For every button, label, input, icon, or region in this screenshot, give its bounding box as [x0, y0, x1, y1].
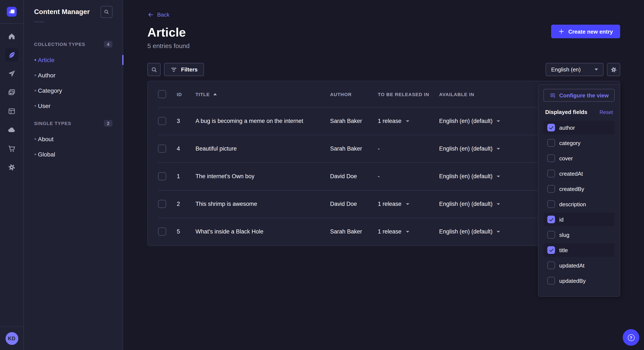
- field-checkbox[interactable]: [547, 185, 555, 193]
- chevron-down-icon: [594, 68, 598, 71]
- column-header-to-be-released-in[interactable]: TO BE RELEASED IN: [378, 92, 439, 97]
- field-label: cover: [559, 155, 573, 161]
- subnav-item-about[interactable]: About: [24, 131, 123, 147]
- column-header-title[interactable]: TITLE: [196, 92, 330, 97]
- back-link[interactable]: Back: [147, 11, 170, 18]
- field-label: updatedBy: [559, 278, 586, 284]
- configure-the-view-label: Configure the view: [559, 92, 609, 98]
- reset-button[interactable]: Reset: [600, 109, 613, 115]
- check-icon: [548, 125, 554, 130]
- chevron-down-icon[interactable]: [497, 175, 500, 177]
- displayed-fields-list: author category cover createdAt: [544, 121, 614, 288]
- collection-types-header: COLLECTION TYPES 4: [34, 41, 112, 48]
- back-label: Back: [157, 11, 170, 18]
- cell-id: 4: [177, 146, 196, 152]
- cell-release: 1 release: [378, 118, 439, 124]
- cell-author: Sarah Baker: [330, 118, 378, 124]
- rail-nav-item[interactable]: [5, 160, 18, 174]
- field-checkbox[interactable]: [547, 124, 555, 131]
- configure-the-view-button[interactable]: Configure the view: [544, 89, 614, 102]
- chevron-down-icon[interactable]: [497, 231, 500, 232]
- field-checkbox[interactable]: [547, 170, 555, 177]
- cell-release: 1 release: [378, 201, 439, 207]
- rail-nav-item[interactable]: [5, 85, 18, 99]
- locale-select[interactable]: English (en): [546, 63, 604, 76]
- field-toggle-row[interactable]: description: [544, 197, 614, 211]
- select-all-checkbox[interactable]: [158, 90, 166, 98]
- field-toggle-row[interactable]: createdAt: [544, 167, 614, 180]
- rail-nav-item[interactable]: [5, 67, 18, 80]
- page-title: Article: [147, 26, 620, 39]
- chevron-down-icon[interactable]: [406, 231, 409, 232]
- chevron-down-icon[interactable]: [406, 203, 409, 205]
- chevron-down-icon[interactable]: [406, 120, 409, 122]
- field-checkbox[interactable]: [547, 262, 555, 269]
- field-checkbox[interactable]: [547, 277, 555, 285]
- field-label: id: [559, 216, 564, 223]
- rail-nav-item[interactable]: [5, 29, 18, 43]
- field-toggle-row[interactable]: author: [544, 121, 614, 134]
- field-toggle-row[interactable]: id: [544, 213, 614, 226]
- media-library-icon: [8, 88, 16, 96]
- field-checkbox[interactable]: [547, 139, 555, 147]
- collection-types-count-badge: 4: [104, 41, 112, 48]
- field-toggle-row[interactable]: slug: [544, 228, 614, 242]
- view-settings-gear-button[interactable]: [607, 63, 620, 76]
- chevron-down-icon[interactable]: [497, 120, 500, 122]
- rail-footer: KD: [0, 327, 24, 350]
- field-checkbox[interactable]: [547, 216, 555, 223]
- cell-id: 2: [177, 201, 196, 207]
- rail-nav-item[interactable]: [5, 123, 18, 137]
- field-toggle-row[interactable]: category: [544, 136, 614, 150]
- row-checkbox[interactable]: [158, 117, 166, 125]
- field-toggle-row[interactable]: createdBy: [544, 182, 614, 196]
- content-manager-app: KD Content Manager COLLECTION TYPES 4 Ar…: [0, 0, 644, 350]
- row-checkbox[interactable]: [158, 172, 166, 180]
- subnav-item-user[interactable]: User: [24, 98, 123, 114]
- locale-selected-value: English (en): [551, 66, 581, 73]
- chevron-down-icon[interactable]: [497, 203, 500, 205]
- row-checkbox[interactable]: [158, 227, 166, 236]
- sort-ascending-icon: [213, 93, 216, 95]
- subnav-item-author[interactable]: Author: [24, 68, 123, 83]
- search-icon: [104, 9, 110, 15]
- subnav-item-global[interactable]: Global: [24, 147, 123, 162]
- subnav-item-category[interactable]: Category: [24, 83, 123, 98]
- content-type-builder-icon: [8, 107, 16, 115]
- field-checkbox[interactable]: [547, 154, 555, 162]
- column-header-id[interactable]: ID: [177, 92, 196, 97]
- chevron-down-icon[interactable]: [497, 148, 500, 150]
- filters-button[interactable]: Filters: [164, 63, 204, 76]
- field-checkbox[interactable]: [547, 246, 555, 254]
- avatar[interactable]: KD: [5, 332, 18, 345]
- field-toggle-row[interactable]: cover: [544, 151, 614, 165]
- cell-author: David Doe: [330, 173, 378, 179]
- rail-nav-item[interactable]: [5, 48, 18, 62]
- entries-count: 5 entries found: [147, 42, 620, 49]
- field-toggle-row[interactable]: updatedAt: [544, 259, 614, 272]
- field-toggle-row[interactable]: title: [544, 243, 614, 257]
- field-checkbox[interactable]: [547, 231, 555, 239]
- strapi-logo[interactable]: [7, 7, 16, 16]
- rail-nav-item[interactable]: [5, 104, 18, 118]
- subnav-item-label: Article: [38, 57, 54, 63]
- column-header-author[interactable]: AUTHOR: [330, 92, 378, 97]
- single-types-label: SINGLE TYPES: [34, 121, 71, 126]
- subnav-item-label: User: [38, 103, 50, 109]
- field-toggle-row[interactable]: updatedBy: [544, 274, 614, 288]
- create-new-entry-button[interactable]: Create new entry: [551, 25, 620, 38]
- subnav-item-label: About: [38, 136, 54, 143]
- rail-nav-item[interactable]: [5, 142, 18, 155]
- help-button[interactable]: ?: [623, 329, 639, 346]
- row-checkbox[interactable]: [158, 145, 166, 153]
- row-checkbox[interactable]: [158, 200, 166, 208]
- table-search-button[interactable]: [147, 63, 160, 76]
- marketplace-icon: [8, 144, 16, 153]
- bullet-icon: [34, 74, 36, 76]
- subnav-item-article[interactable]: Article: [24, 52, 123, 68]
- filters-label: Filters: [181, 66, 198, 73]
- single-types-count-badge: 2: [104, 120, 112, 127]
- strapi-logo-icon: [7, 7, 16, 16]
- subnav-search-button[interactable]: [100, 6, 112, 18]
- field-checkbox[interactable]: [547, 200, 555, 208]
